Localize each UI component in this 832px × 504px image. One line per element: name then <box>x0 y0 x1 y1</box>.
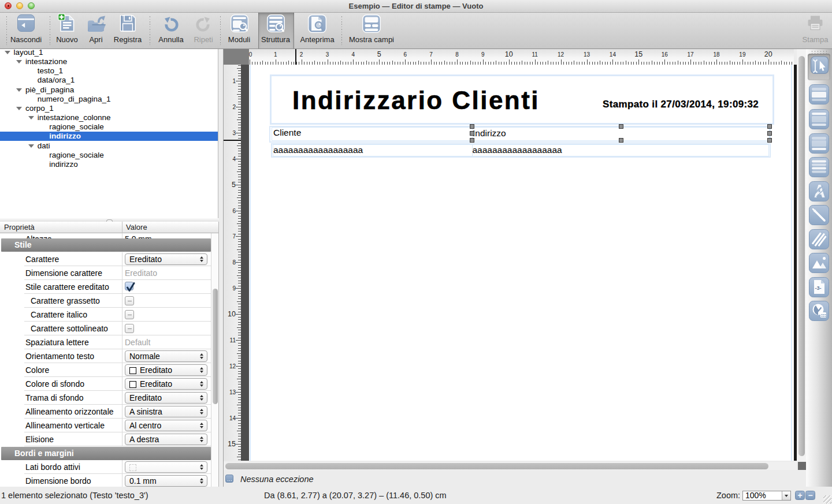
svg-text:-3-: -3- <box>815 285 822 291</box>
